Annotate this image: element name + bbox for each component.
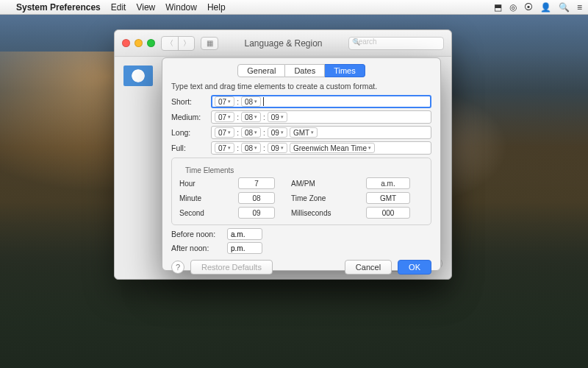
second-token[interactable]: 09▾ bbox=[268, 112, 287, 122]
nav-back-button[interactable]: 〈 bbox=[162, 37, 178, 50]
full-label: Full: bbox=[171, 144, 207, 152]
notifications-icon[interactable]: ≡ bbox=[577, 2, 582, 13]
minute-token[interactable]: 08▾ bbox=[241, 112, 261, 122]
sheet-footer: ? Restore Defaults Cancel OK bbox=[162, 254, 440, 282]
search-field[interactable]: Search bbox=[348, 37, 444, 50]
hour-token[interactable]: 07▾ bbox=[215, 112, 234, 122]
user-icon[interactable]: 👤 bbox=[540, 2, 551, 13]
minute-element[interactable]: 08 bbox=[238, 192, 275, 204]
close-button[interactable] bbox=[122, 39, 130, 47]
time-elements-group: Time Elements Hour 7 AM/PM a.m. Minute 0… bbox=[171, 158, 431, 225]
menu-help[interactable]: Help bbox=[207, 2, 226, 13]
ampm-label: AM/PM bbox=[291, 180, 350, 188]
minute-label: Minute bbox=[179, 194, 222, 202]
show-all-button[interactable]: ▦ bbox=[201, 37, 218, 50]
before-noon-field[interactable]: a.m. bbox=[227, 228, 262, 240]
minute-token[interactable]: 08▾ bbox=[241, 127, 261, 138]
text-cursor bbox=[263, 97, 264, 106]
second-element[interactable]: 09 bbox=[238, 207, 275, 219]
minute-token[interactable]: 08▾ bbox=[241, 96, 261, 107]
second-token[interactable]: 09▾ bbox=[268, 127, 287, 138]
nav-back-forward: 〈 〉 bbox=[161, 36, 195, 51]
region-flag-icon bbox=[123, 66, 153, 86]
menu-view[interactable]: View bbox=[136, 2, 155, 13]
menu-bar: System Preferences Edit View Window Help… bbox=[0, 0, 588, 15]
ok-button[interactable]: OK bbox=[398, 260, 431, 275]
hour-token[interactable]: 07▾ bbox=[215, 96, 234, 107]
instruction-text: Type text and drag time elements to crea… bbox=[162, 80, 440, 95]
dropbox-icon[interactable]: ⬒ bbox=[494, 2, 502, 13]
time-format-sheet: General Dates Times Type text and drag t… bbox=[162, 57, 441, 271]
timezone-element[interactable]: GMT bbox=[366, 192, 410, 204]
timezone-token[interactable]: GMT▾ bbox=[290, 127, 318, 138]
menu-window[interactable]: Window bbox=[165, 2, 197, 13]
wifi-icon[interactable]: ⦿ bbox=[524, 2, 533, 13]
hour-element[interactable]: 7 bbox=[238, 177, 275, 189]
hour-label: Hour bbox=[179, 180, 222, 188]
hour-token[interactable]: 07▾ bbox=[215, 143, 234, 153]
restore-defaults-button[interactable]: Restore Defaults bbox=[190, 260, 273, 275]
ampm-element[interactable]: a.m. bbox=[366, 177, 410, 189]
sync-icon[interactable]: ◎ bbox=[509, 2, 517, 13]
group-title: Time Elements bbox=[182, 166, 237, 174]
tab-dates[interactable]: Dates bbox=[285, 64, 325, 77]
after-noon-label: After noon: bbox=[171, 244, 223, 252]
zoom-button[interactable] bbox=[147, 39, 155, 47]
medium-label: Medium: bbox=[171, 113, 207, 121]
cancel-button[interactable]: Cancel bbox=[345, 260, 392, 275]
timezone-token[interactable]: Greenwich Mean Time▾ bbox=[290, 143, 375, 153]
long-label: Long: bbox=[171, 128, 207, 137]
second-token[interactable]: 09▾ bbox=[268, 143, 287, 153]
menu-edit[interactable]: Edit bbox=[111, 2, 126, 13]
app-menu[interactable]: System Preferences bbox=[16, 2, 101, 13]
minimize-button[interactable] bbox=[135, 39, 143, 47]
tab-times[interactable]: Times bbox=[325, 64, 365, 77]
format-tabs: General Dates Times bbox=[162, 58, 440, 80]
window-titlebar: 〈 〉 ▦ Language & Region Search bbox=[115, 30, 451, 57]
milliseconds-label: Milliseconds bbox=[291, 209, 350, 217]
long-format-field[interactable]: 07▾: 08▾: 09▾ GMT▾ bbox=[211, 126, 431, 139]
full-format-field[interactable]: 07▾: 08▾: 09▾ Greenwich Mean Time▾ bbox=[211, 141, 431, 155]
second-label: Second bbox=[179, 209, 222, 217]
hour-token[interactable]: 07▾ bbox=[215, 127, 234, 138]
window-title: Language & Region bbox=[224, 38, 343, 49]
window-controls bbox=[122, 39, 155, 47]
nav-forward-button[interactable]: 〉 bbox=[178, 37, 194, 50]
spotlight-icon[interactable]: 🔍 bbox=[559, 2, 570, 13]
tab-general[interactable]: General bbox=[237, 64, 285, 77]
minute-token[interactable]: 08▾ bbox=[241, 143, 261, 153]
short-label: Short: bbox=[171, 97, 207, 106]
before-noon-label: Before noon: bbox=[171, 230, 223, 238]
milliseconds-element[interactable]: 000 bbox=[366, 207, 410, 219]
help-button[interactable]: ? bbox=[171, 261, 184, 274]
medium-format-field[interactable]: 07▾: 08▾: 09▾ bbox=[211, 110, 431, 124]
short-format-field[interactable]: 07▾ : 08▾ bbox=[211, 95, 431, 108]
timezone-label: Time Zone bbox=[291, 194, 350, 202]
after-noon-field[interactable]: p.m. bbox=[227, 242, 262, 254]
